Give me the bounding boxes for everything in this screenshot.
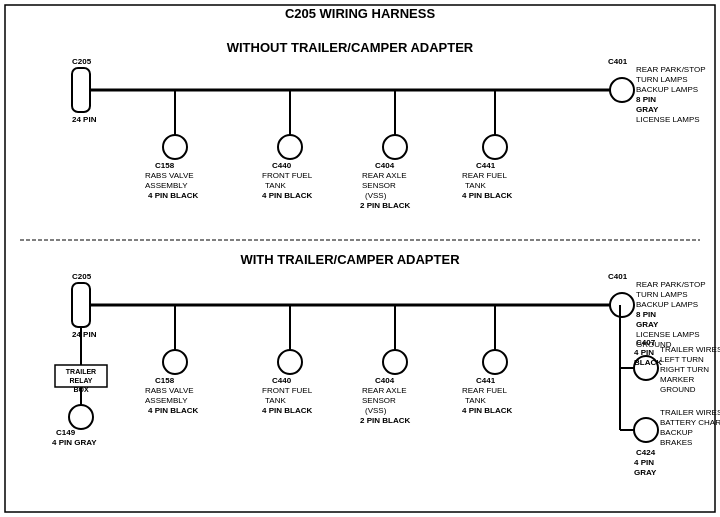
c441-bottom-desc2: TANK (465, 396, 486, 405)
c404-top-pin: 2 PIN BLACK (360, 201, 410, 210)
c404-bottom-desc3: (VSS) (365, 406, 387, 415)
c440-bottom-label: C440 (272, 376, 292, 385)
c158-bottom-pin: 4 PIN BLACK (148, 406, 198, 415)
c404-top-desc3: (VSS) (365, 191, 387, 200)
page-title: C205 WIRING HARNESS (285, 6, 436, 21)
c424-color: GRAY (634, 468, 657, 477)
relay-box-label1: TRAILER (66, 368, 96, 375)
c424-desc-backup: BACKUP (660, 428, 693, 437)
c404-bottom-connector (383, 350, 407, 374)
c441-bottom-pin: 4 PIN BLACK (462, 406, 512, 415)
c401-top-desc1: REAR PARK/STOP (636, 65, 706, 74)
c401-bottom-pin: 8 PIN (636, 310, 656, 319)
c158-top-connector (163, 135, 187, 159)
c401-bottom-color: GRAY (636, 320, 659, 329)
c158-bottom-desc2: ASSEMBLY (145, 396, 188, 405)
c441-top-desc2: TANK (465, 181, 486, 190)
c158-bottom-connector (163, 350, 187, 374)
c401-top-desc3: BACKUP LAMPS (636, 85, 698, 94)
c424-label: C424 (636, 448, 656, 457)
c404-bottom-desc1: REAR AXLE (362, 386, 406, 395)
c401-top-connector (610, 78, 634, 102)
c424-connector (634, 418, 658, 442)
c401-top-color: GRAY (636, 105, 659, 114)
bottom-section-title: WITH TRAILER/CAMPER ADAPTER (240, 252, 460, 267)
c158-top-desc2: ASSEMBLY (145, 181, 188, 190)
c440-bottom-pin: 4 PIN BLACK (262, 406, 312, 415)
c401-bottom-desc3: BACKUP LAMPS (636, 300, 698, 309)
c440-top-pin: 4 PIN BLACK (262, 191, 312, 200)
c401-bottom-label: C401 (608, 272, 628, 281)
c158-bottom-desc1: RABS VALVE (145, 386, 194, 395)
c441-top-connector (483, 135, 507, 159)
c441-bottom-label: C441 (476, 376, 496, 385)
c424-desc-battery: BATTERY CHARGE (660, 418, 720, 427)
c404-top-label: C404 (375, 161, 395, 170)
diagram-container: C205 WIRING HARNESS WITHOUT TRAILER/CAMP… (0, 0, 720, 517)
c205-bottom-connector (72, 283, 90, 327)
c149-label: C149 (56, 428, 76, 437)
c158-top-pin: 4 PIN BLACK (148, 191, 198, 200)
c441-top-label: C441 (476, 161, 496, 170)
c158-top-desc1: RABS VALVE (145, 171, 194, 180)
c424-pin: 4 PIN (634, 458, 654, 467)
c440-bottom-desc2: TANK (265, 396, 286, 405)
c205-top-label: C205 (72, 57, 92, 66)
c401-bottom-desc2: TURN LAMPS (636, 290, 688, 299)
c440-top-label: C440 (272, 161, 292, 170)
c440-top-desc1: FRONT FUEL (262, 171, 313, 180)
c404-bottom-label: C404 (375, 376, 395, 385)
c407-desc-trailer: TRAILER WIRES (660, 345, 720, 354)
c401-top-desc2: TURN LAMPS (636, 75, 688, 84)
c407-desc-lt: LEFT TURN (660, 355, 704, 364)
c404-top-desc2: SENSOR (362, 181, 396, 190)
c404-bottom-desc2: SENSOR (362, 396, 396, 405)
c440-bottom-desc1: FRONT FUEL (262, 386, 313, 395)
c407-pin: 4 PIN (634, 348, 654, 357)
c424-desc-brakes: BRAKES (660, 438, 692, 447)
c205-bottom-label: C205 (72, 272, 92, 281)
relay-box-label2: RELAY (69, 377, 92, 384)
c205-top-pin-label: 24 PIN (72, 115, 97, 124)
c158-top-label: C158 (155, 161, 175, 170)
c404-top-desc1: REAR AXLE (362, 171, 406, 180)
c158-bottom-label: C158 (155, 376, 175, 385)
c440-bottom-connector (278, 350, 302, 374)
c404-bottom-pin: 2 PIN BLACK (360, 416, 410, 425)
c407-color: BLACK (634, 358, 662, 367)
c149-connector (69, 405, 93, 429)
c440-top-desc2: TANK (265, 181, 286, 190)
top-section-title: WITHOUT TRAILER/CAMPER ADAPTER (227, 40, 474, 55)
c404-top-connector (383, 135, 407, 159)
c441-top-desc1: REAR FUEL (462, 171, 507, 180)
c440-top-connector (278, 135, 302, 159)
wiring-diagram-svg: C205 WIRING HARNESS WITHOUT TRAILER/CAMP… (0, 0, 720, 517)
c441-bottom-connector (483, 350, 507, 374)
c441-bottom-desc1: REAR FUEL (462, 386, 507, 395)
c401-top-desc4: LICENSE LAMPS (636, 115, 700, 124)
c401-bottom-desc1: REAR PARK/STOP (636, 280, 706, 289)
c401-top-label: C401 (608, 57, 628, 66)
c424-desc-trailer: TRAILER WIRES (660, 408, 720, 417)
c407-desc-marker: MARKER (660, 375, 694, 384)
c401-top-pin: 8 PIN (636, 95, 656, 104)
c205-bottom-pin-label: 24 PIN (72, 330, 97, 339)
c205-top-connector (72, 68, 90, 112)
c441-top-pin: 4 PIN BLACK (462, 191, 512, 200)
c407-desc-ground: GROUND (660, 385, 696, 394)
c149-pin: 4 PIN GRAY (52, 438, 97, 447)
c407-desc-rt: RIGHT TURN (660, 365, 709, 374)
c401-bottom-connector (610, 293, 634, 317)
c407-label: C407 (636, 338, 656, 347)
